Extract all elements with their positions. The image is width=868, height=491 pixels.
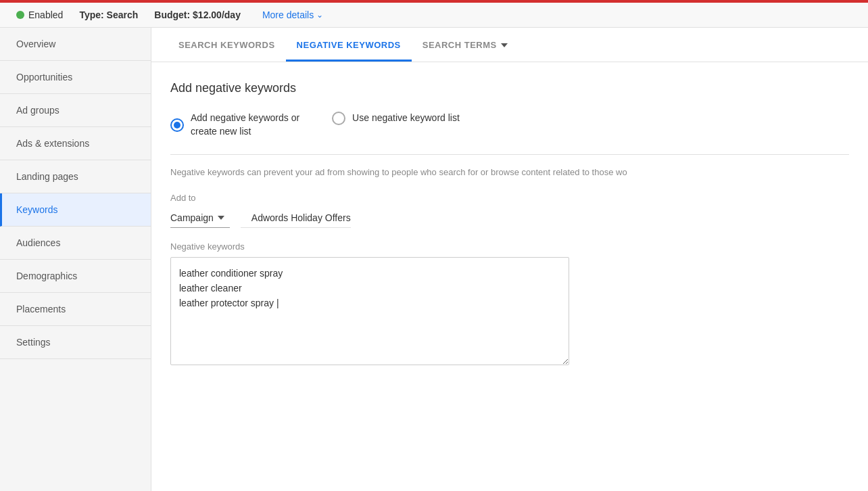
keywords-textarea[interactable]: leather conditioner spray leather cleane… bbox=[170, 257, 569, 365]
add-to-row: Campaign Adwords Holiday Offers bbox=[170, 210, 849, 228]
more-details-button[interactable]: More details ⌄ bbox=[262, 9, 323, 20]
add-to-label: Add to bbox=[170, 193, 849, 203]
neg-keywords-label: Negative keywords bbox=[170, 241, 849, 252]
tab-negative-keywords[interactable]: NEGATIVE KEYWORDS bbox=[286, 28, 412, 62]
sidebar-item-ad-groups[interactable]: Ad groups bbox=[0, 94, 151, 127]
sidebar-item-ads-extensions[interactable]: Ads & extensions bbox=[0, 127, 151, 160]
content-body: Add negative keywords Add negative keywo… bbox=[151, 62, 868, 386]
chevron-down-icon: ⌄ bbox=[316, 10, 323, 20]
radio-option-use-list[interactable]: Use negative keyword list bbox=[332, 112, 460, 125]
chevron-down-icon bbox=[501, 43, 508, 47]
tabs-bar: SEARCH KEYWORDS NEGATIVE KEYWORDS SEARCH… bbox=[151, 28, 868, 62]
radio-add-keywords-label: Add negative keywords orcreate new list bbox=[191, 112, 299, 138]
main-layout: Overview Opportunities Ad groups Ads & e… bbox=[0, 28, 868, 491]
status-budget: Budget: $12.00/day bbox=[154, 9, 241, 20]
enabled-label: Enabled bbox=[28, 9, 63, 20]
dropdown-arrow-icon bbox=[218, 216, 224, 220]
sidebar-item-placements[interactable]: Placements bbox=[0, 293, 151, 326]
sidebar-item-demographics[interactable]: Demographics bbox=[0, 260, 151, 293]
status-type: Type: Search bbox=[79, 9, 138, 20]
sidebar-item-opportunities[interactable]: Opportunities bbox=[0, 61, 151, 94]
info-text: Negative keywords can prevent your ad fr… bbox=[170, 166, 849, 179]
tab-search-terms[interactable]: SEARCH TERMS bbox=[412, 28, 519, 62]
radio-group: Add negative keywords orcreate new list … bbox=[170, 112, 849, 138]
campaign-dropdown[interactable]: Campaign bbox=[170, 210, 230, 228]
enabled-dot bbox=[16, 11, 24, 19]
content-area: SEARCH KEYWORDS NEGATIVE KEYWORDS SEARCH… bbox=[151, 28, 868, 491]
radio-option-add-keywords[interactable]: Add negative keywords orcreate new list bbox=[170, 112, 299, 138]
sidebar-item-landing-pages[interactable]: Landing pages bbox=[0, 160, 151, 193]
sidebar-item-overview[interactable]: Overview bbox=[0, 28, 151, 61]
sidebar-item-audiences[interactable]: Audiences bbox=[0, 227, 151, 260]
status-bar: Enabled Type: Search Budget: $12.00/day … bbox=[0, 3, 868, 28]
radio-use-list-label: Use negative keyword list bbox=[352, 112, 460, 125]
radio-use-list[interactable] bbox=[332, 112, 345, 125]
divider bbox=[170, 154, 849, 155]
section-title: Add negative keywords bbox=[170, 81, 849, 95]
sidebar-item-settings[interactable]: Settings bbox=[0, 326, 151, 359]
sidebar: Overview Opportunities Ad groups Ads & e… bbox=[0, 28, 151, 491]
status-enabled: Enabled bbox=[16, 9, 63, 20]
campaign-name: Adwords Holiday Offers bbox=[241, 210, 351, 228]
tab-search-keywords[interactable]: SEARCH KEYWORDS bbox=[168, 28, 286, 62]
radio-add-keywords[interactable] bbox=[170, 118, 184, 132]
sidebar-item-keywords[interactable]: Keywords bbox=[0, 193, 151, 227]
